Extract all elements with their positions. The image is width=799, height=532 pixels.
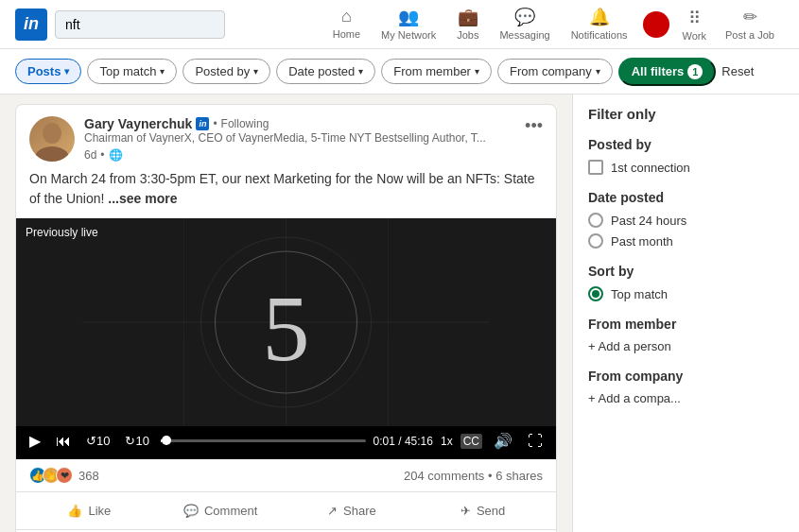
post-following-text: Following: [221, 117, 269, 130]
posted-by-filter-btn[interactable]: Posted by ▾: [182, 59, 270, 84]
globe-icon: 🌐: [109, 148, 123, 162]
send-icon: ✈: [460, 504, 471, 518]
nav-notifications[interactable]: 🔔 Notifications: [562, 1, 637, 48]
top-nav: in nft ⌂ Home 👥 My Network 💼 Jobs 💬 Mess…: [0, 0, 799, 49]
video-fullscreen-btn[interactable]: ⛶: [524, 431, 547, 452]
nav-jobs[interactable]: 💼 Jobs: [447, 1, 488, 48]
add-person-btn[interactable]: + Add a person: [588, 339, 784, 353]
connection-checkbox[interactable]: [588, 160, 603, 175]
add-person-label: + Add a person: [588, 339, 671, 353]
top-match-option[interactable]: Top match: [588, 286, 784, 301]
nav-items: ⌂ Home 👥 My Network 💼 Jobs 💬 Messaging 🔔…: [323, 1, 784, 48]
linkedin-badge-icon: in: [196, 117, 209, 130]
video-progress-bar[interactable]: [161, 439, 366, 442]
nav-notifications-label: Notifications: [571, 29, 628, 41]
date-posted-filter-btn[interactable]: Date posted ▾: [276, 59, 375, 84]
past-month-radio[interactable]: [588, 233, 603, 249]
posted-by-filter-label: Posted by: [195, 64, 250, 78]
post-stats: 204 comments • 6 shares: [404, 469, 543, 483]
forward-10-btn[interactable]: ↻10: [121, 432, 152, 450]
send-label: Send: [477, 504, 505, 518]
network-icon: 👥: [398, 7, 419, 27]
video-cc-btn[interactable]: CC: [460, 434, 482, 449]
from-company-chevron-icon: ▾: [596, 66, 600, 77]
top-match-filter-btn[interactable]: Top match ▾: [87, 59, 177, 84]
search-input[interactable]: nft: [55, 10, 225, 39]
video-thumbnail: 5: [16, 218, 556, 426]
post-more-options-btn[interactable]: •••: [525, 116, 543, 136]
add-company-btn[interactable]: + Add a compa...: [588, 391, 784, 405]
reactions-count: 368: [78, 469, 99, 483]
add-company-label: + Add a compa...: [588, 391, 681, 405]
video-live-label: Previously live: [26, 226, 98, 239]
work-icon: ⠿: [688, 8, 701, 28]
top-match-filter-label: Top match: [99, 64, 156, 78]
see-more-btn[interactable]: ...see more: [108, 191, 177, 206]
post-text: On March 24 from 3:30-5pm ET, our next M…: [29, 171, 535, 206]
nav-home[interactable]: ⌂ Home: [323, 1, 370, 47]
nav-work-label: Work: [683, 30, 706, 42]
all-filters-btn[interactable]: All filters 1: [618, 58, 717, 86]
all-filters-badge: 1: [687, 64, 703, 79]
messaging-icon: 💬: [514, 7, 535, 27]
post-reactions: 👍 👏 ❤ 368 204 comments • 6 shares: [16, 459, 556, 492]
play-btn[interactable]: ▶: [26, 430, 44, 452]
notifications-icon: 🔔: [589, 7, 610, 27]
send-btn[interactable]: ✈ Send: [417, 496, 548, 525]
video-canvas[interactable]: 5: [16, 218, 556, 426]
comment-btn[interactable]: 💬 Comment: [155, 496, 287, 525]
post-job-icon: ✏: [743, 7, 757, 27]
reaction-icons: 👍 👏 ❤: [29, 467, 69, 484]
nav-home-label: Home: [333, 28, 360, 40]
video-current-time: 0:01 / 45:16: [373, 435, 433, 448]
sort-by-title: Sort by: [588, 264, 784, 279]
filter-bar: Posts ▾ Top match ▾ Posted by ▾ Date pos…: [0, 49, 799, 94]
from-member-filter-btn[interactable]: From member ▾: [381, 59, 492, 84]
from-company-title: From company: [588, 369, 784, 384]
post-author-info: Gary Vaynerchuk in • Following Chairman …: [84, 116, 515, 162]
post-author-avatar[interactable]: [29, 116, 75, 162]
nav-messaging-label: Messaging: [499, 29, 549, 41]
post-time: 6d: [84, 148, 96, 162]
top-match-radio[interactable]: [588, 286, 603, 301]
right-panel: Filter only Posted by 1st connection Dat…: [572, 94, 799, 532]
video-speed-btn[interactable]: 1x: [441, 435, 453, 448]
share-icon: ↗: [327, 504, 338, 518]
avatar-image: [29, 116, 75, 162]
comment-label: Comment: [204, 504, 257, 518]
nav-work[interactable]: ⠿ Work: [675, 2, 714, 47]
top-match-sort-label: Top match: [611, 287, 668, 301]
linkedin-logo[interactable]: in: [15, 9, 47, 41]
nav-post-job[interactable]: ✏ Post a Job: [716, 1, 784, 48]
posts-filter-btn[interactable]: Posts ▾: [15, 59, 81, 84]
post-body: On March 24 from 3:30-5pm ET, our next M…: [16, 169, 556, 218]
video-controls: ▶ ⏮ ↺10 ↻10 0:01 / 45:16 1x CC �: [16, 426, 556, 459]
replay-10-btn[interactable]: ↺10: [82, 432, 113, 450]
like-icon: 👍: [67, 504, 82, 518]
user-avatar[interactable]: [643, 11, 669, 38]
date-posted-filter-label: Date posted: [288, 64, 355, 78]
top-match-chevron-icon: ▾: [160, 66, 165, 77]
post-meta: 6d • 🌐: [84, 148, 515, 162]
video-container: Previously live 5: [16, 218, 556, 459]
share-label: Share: [343, 504, 376, 518]
nav-jobs-label: Jobs: [457, 29, 478, 41]
sort-by-section: Sort by Top match: [588, 264, 784, 301]
nav-network[interactable]: 👥 My Network: [372, 1, 445, 48]
connection-option[interactable]: 1st connection: [588, 160, 784, 175]
share-btn[interactable]: ↗ Share: [287, 496, 418, 525]
skip-back-btn[interactable]: ⏮: [52, 431, 75, 452]
date-posted-section: Date posted Past 24 hours Past month: [588, 190, 784, 249]
past-24h-option[interactable]: Past 24 hours: [588, 213, 784, 228]
past-24h-radio[interactable]: [588, 213, 603, 228]
nav-messaging[interactable]: 💬 Messaging: [490, 1, 559, 48]
main-layout: Gary Vaynerchuk in • Following Chairman …: [0, 94, 799, 532]
from-company-filter-btn[interactable]: From company ▾: [497, 59, 613, 84]
like-btn[interactable]: 👍 Like: [24, 496, 155, 525]
video-volume-btn[interactable]: 🔊: [490, 430, 516, 452]
filter-only-title: Filter only: [588, 106, 656, 122]
past-month-option[interactable]: Past month: [588, 233, 784, 249]
from-member-filter-label: From member: [393, 64, 471, 78]
panel-header: Filter only: [588, 106, 784, 122]
reset-btn[interactable]: Reset: [721, 64, 754, 78]
